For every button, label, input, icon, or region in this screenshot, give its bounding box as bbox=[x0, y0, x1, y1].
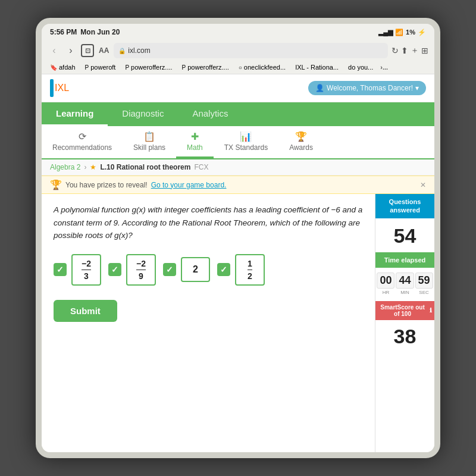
tabs-icon[interactable]: ⊡ bbox=[81, 44, 94, 57]
sub-tab-math[interactable]: ✚ Math bbox=[176, 126, 214, 158]
fraction-4-den: 2 bbox=[248, 270, 252, 281]
time-sec-unit: 59 SEC bbox=[415, 273, 433, 295]
fraction-2-num: −2 bbox=[136, 259, 146, 270]
integer-3[interactable]: 2 bbox=[181, 257, 210, 282]
questions-count: 54 bbox=[375, 218, 434, 252]
questions-answered-box: Questions answered bbox=[375, 194, 434, 218]
submit-button[interactable]: Submit bbox=[54, 300, 117, 322]
url-text: ixl.com bbox=[128, 46, 150, 55]
time-hr-value: 00 bbox=[377, 273, 394, 289]
sub-tab-awards-label: Awards bbox=[289, 143, 313, 152]
bookmark-poweroft[interactable]: P poweroft bbox=[83, 62, 118, 72]
time-elapsed-box: Time elapsed bbox=[375, 252, 434, 268]
bookmark-ixl[interactable]: IXL - Rationa... bbox=[293, 62, 341, 72]
math-icon: ✚ bbox=[191, 131, 199, 142]
nav-tab-diagnostic-label: Diagnostic bbox=[122, 108, 164, 118]
prize-link[interactable]: Go to your game board. bbox=[151, 181, 227, 189]
afdah-icon: 🔖 bbox=[50, 64, 57, 71]
txstandards-icon: 📊 bbox=[240, 131, 252, 142]
bookmark-oneclickfeed[interactable]: ○ oneclickfeed... bbox=[236, 62, 288, 72]
url-bar[interactable]: 🔒 ixl.com bbox=[114, 43, 388, 58]
ixl-logo: I X L bbox=[50, 79, 69, 97]
signal-icon: ▂▄▆ bbox=[378, 29, 393, 36]
back-button[interactable]: ‹ bbox=[48, 44, 61, 57]
sub-tab-skillplans[interactable]: 📋 Skill plans bbox=[123, 126, 176, 158]
smartscore-label: SmartScore out of 100 bbox=[378, 304, 427, 317]
sub-tab-recommendations[interactable]: ⟳ Recommendations bbox=[42, 126, 123, 158]
check-icon-3: ✓ bbox=[163, 263, 176, 276]
smartscore-box: SmartScore out of 100 ℹ bbox=[375, 301, 434, 320]
add-tab-button[interactable]: ＋ bbox=[411, 45, 419, 56]
fraction-1[interactable]: −2 3 bbox=[71, 254, 101, 286]
ixl-logo-l: L bbox=[64, 83, 69, 93]
bookmark-powerofferz1-label: powerofferz.... bbox=[131, 64, 173, 71]
check-icon-4: ✓ bbox=[217, 263, 230, 276]
breadcrumb-separator: › bbox=[84, 163, 86, 171]
awards-icon: 🏆 bbox=[295, 131, 307, 142]
prize-close-button[interactable]: ✕ bbox=[420, 181, 426, 189]
sub-tab-awards[interactable]: 🏆 Awards bbox=[278, 126, 324, 158]
choice-box-4[interactable]: ✓ 1 2 bbox=[217, 254, 265, 286]
lock-icon: 🔒 bbox=[118, 48, 126, 54]
bookmark-powerofferz2-label: powerofferz.... bbox=[187, 64, 229, 71]
browser-content: I X L 👤 Welcome, Thomas Dancer! ▾ Learni… bbox=[42, 74, 434, 452]
answer-choices: ✓ −2 3 ✓ −2 9 bbox=[54, 254, 363, 286]
bookmark-doyou-label: do you... bbox=[348, 64, 373, 71]
time-sec-label: SEC bbox=[419, 290, 428, 295]
powerofferz1-icon: P bbox=[125, 64, 129, 71]
choice-box-3[interactable]: ✓ 2 bbox=[163, 254, 210, 286]
tablet-frame: 5:56 PM Mon Jun 20 ▂▄▆ 📶 1% ⚡ ‹ › ⊡ AA 🔒… bbox=[36, 18, 440, 458]
breadcrumb-parent[interactable]: Algebra 2 bbox=[50, 163, 80, 171]
nav-tabs: Learning Diagnostic Analytics bbox=[42, 102, 434, 126]
sub-tab-skillplans-label: Skill plans bbox=[133, 143, 165, 152]
fraction-4-num: 1 bbox=[248, 259, 252, 270]
sub-tab-txstandards[interactable]: 📊 TX Standards bbox=[214, 126, 278, 158]
powerofferz2-icon: P bbox=[182, 64, 186, 71]
forward-button[interactable]: › bbox=[64, 44, 77, 57]
question-panel: A polynomial function g(x) with integer … bbox=[42, 194, 375, 452]
bookmark-afdah-label: afdah bbox=[59, 64, 76, 71]
nav-tab-learning-label: Learning bbox=[56, 108, 93, 118]
choice-box-1[interactable]: ✓ −2 3 bbox=[54, 254, 101, 286]
time-min-value: 44 bbox=[396, 273, 414, 289]
nav-tab-diagnostic[interactable]: Diagnostic bbox=[108, 102, 178, 126]
reload-button[interactable]: ↻ bbox=[392, 45, 399, 56]
oneclickfeed-icon: ○ bbox=[239, 64, 242, 71]
skillplans-icon: 📋 bbox=[143, 131, 155, 142]
bookmark-powerofferz1[interactable]: P powerofferz.... bbox=[123, 62, 174, 72]
share-button[interactable]: ⬆ bbox=[401, 45, 408, 56]
prize-text: You have prizes to reveal! bbox=[65, 181, 148, 189]
choice-box-2[interactable]: ✓ −2 9 bbox=[108, 254, 156, 286]
ixl-logo-bar bbox=[50, 79, 54, 97]
bookmark-more[interactable]: ›... bbox=[380, 64, 388, 71]
bookmark-powerofferz2[interactable]: P powerofferz.... bbox=[180, 62, 231, 72]
fraction-4[interactable]: 1 2 bbox=[235, 254, 265, 286]
aa-text[interactable]: AA bbox=[99, 46, 109, 55]
status-bar: 5:56 PM Mon Jun 20 ▂▄▆ 📶 1% ⚡ bbox=[42, 24, 434, 40]
welcome-button[interactable]: 👤 Welcome, Thomas Dancer! ▾ bbox=[308, 81, 426, 95]
bookmark-afdah[interactable]: 🔖 afdah bbox=[48, 62, 78, 72]
sub-tab-txstandards-label: TX Standards bbox=[224, 143, 268, 152]
breadcrumb-code: FCX bbox=[194, 163, 208, 171]
breadcrumb: Algebra 2 › ★ L.10 Rational root theorem… bbox=[42, 159, 434, 176]
sub-tab-recommendations-label: Recommendations bbox=[52, 143, 112, 152]
prize-trophy-icon: 🏆 bbox=[50, 179, 62, 190]
bookmark-poweroft-label: poweroft bbox=[90, 64, 115, 71]
battery-text: 1% bbox=[406, 29, 415, 36]
nav-tab-analytics[interactable]: Analytics bbox=[178, 102, 242, 126]
check-icon-1: ✓ bbox=[54, 263, 67, 276]
fraction-2[interactable]: −2 9 bbox=[126, 254, 156, 286]
smartscore-info-icon[interactable]: ℹ bbox=[430, 307, 432, 314]
tab-grid-button[interactable]: ⊞ bbox=[421, 45, 428, 56]
ixl-header: I X L 👤 Welcome, Thomas Dancer! ▾ bbox=[42, 74, 434, 102]
nav-tab-learning[interactable]: Learning bbox=[42, 102, 108, 126]
dropdown-arrow-icon: ▾ bbox=[415, 84, 419, 92]
breadcrumb-current: L.10 Rational root theorem bbox=[100, 163, 190, 171]
ixl-logo-x: X bbox=[57, 83, 64, 93]
time-min-unit: 44 MIN bbox=[396, 273, 414, 295]
bookmark-doyou[interactable]: do you... bbox=[346, 62, 375, 72]
sub-tab-math-label: Math bbox=[187, 143, 203, 152]
exercise-area: A polynomial function g(x) with integer … bbox=[42, 194, 434, 452]
check-icon-2: ✓ bbox=[108, 263, 121, 276]
battery-icon: ⚡ bbox=[418, 29, 426, 36]
